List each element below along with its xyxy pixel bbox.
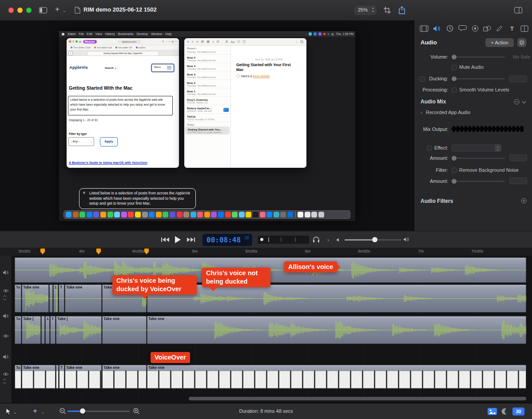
add-clip-chevron[interactable]: ⌄: [41, 410, 44, 415]
recorded-callout-box[interactable]: ✕ Listed below is a selection of posts f…: [79, 188, 196, 209]
timeline-marker[interactable]: [96, 249, 101, 254]
safari-tabs-icon[interactable]: ⊞: [171, 40, 174, 43]
applevis-menu-button[interactable]: Menu: [151, 64, 174, 72]
tab-callout[interactable]: [457, 24, 468, 33]
dock-icon[interactable]: [280, 212, 286, 217]
tab-media-panels[interactable]: [519, 24, 530, 33]
video-clip[interactable]: Take one: [22, 365, 56, 389]
dock-icon[interactable]: [197, 212, 203, 217]
inspector-panel-toggle-icon[interactable]: [514, 7, 522, 13]
dock-icon[interactable]: [253, 212, 258, 217]
tab-audio-selected[interactable]: [432, 24, 442, 33]
favorite-item[interactable]: time-adder GH: [115, 47, 132, 49]
track-visibility-icon[interactable]: [3, 372, 9, 376]
dock-icon[interactable]: [260, 212, 266, 217]
zoom-out-icon[interactable]: [60, 408, 66, 415]
mini-scrubber[interactable]: [258, 236, 309, 244]
notes-list-view-icon[interactable]: ≡: [212, 40, 214, 43]
dock-icon[interactable]: [266, 212, 272, 217]
audio-clip[interactable]: Take one: [22, 285, 49, 312]
dock-icon[interactable]: [274, 212, 279, 217]
dock-trash-icon[interactable]: [318, 212, 324, 217]
filter-amount-knob[interactable]: [452, 179, 457, 184]
dock-icon[interactable]: [232, 212, 238, 217]
preview-volume-knob[interactable]: [372, 237, 377, 242]
video-clip-long[interactable]: Take one: [147, 365, 526, 389]
track-visibility-icon[interactable]: [3, 334, 9, 338]
tab-text[interactable]: T: [507, 24, 517, 33]
dock-icon[interactable]: [135, 212, 141, 217]
callout-close-icon[interactable]: ✕: [83, 190, 86, 196]
favorite-item[interactable]: podfeet: [136, 47, 146, 49]
mute-audio-checkbox[interactable]: [452, 65, 457, 70]
article-link[interactable]: A Beginner's Guide to Using macOS with V…: [69, 161, 147, 165]
audio-clip[interactable]: T: [59, 285, 64, 312]
safari-share-icon[interactable]: ↑: [166, 40, 167, 43]
crescent-icon[interactable]: [501, 408, 508, 415]
track-audio-icon[interactable]: [3, 313, 9, 319]
close-window-button[interactable]: [8, 8, 14, 13]
timeline[interactable]: Ta Take one 1 T Take one Take o Ta Take …: [0, 256, 532, 403]
media-library-icon[interactable]: [488, 408, 497, 415]
notes-close-icon[interactable]: [187, 41, 189, 43]
dock-icon[interactable]: [142, 212, 148, 217]
audio-clip[interactable]: 1: [53, 285, 58, 312]
ducking-slider-knob[interactable]: [452, 76, 457, 81]
safari-active-tab[interactable]: Getting Started With the Mac | AppleVis: [87, 51, 159, 56]
audio-clip[interactable]: [41, 316, 45, 344]
video-clip[interactable]: Ta: [15, 365, 21, 389]
dock-icon[interactable]: [191, 212, 196, 217]
ducking-slider[interactable]: [452, 78, 505, 79]
volume-slider[interactable]: [452, 56, 505, 58]
tab-touch-callout[interactable]: [470, 24, 480, 33]
dock-icon[interactable]: [73, 212, 79, 217]
zoom-stepper-icon[interactable]: ▲▼: [372, 6, 374, 13]
effect-amount-knob[interactable]: [452, 156, 457, 161]
audio-clip[interactable]: Ta: [15, 285, 21, 312]
transport-expand-chevron[interactable]: ›: [327, 237, 329, 243]
timeline-marker[interactable]: [144, 249, 149, 254]
note-link[interactable]: great website: [253, 75, 270, 78]
tab-shapes[interactable]: [482, 24, 492, 33]
video-clip[interactable]: T: [59, 365, 64, 389]
note-list-item[interactable]: Note 5 TuesdayNo additional text: [184, 55, 230, 63]
safari-profile-badge[interactable]: Personal: [83, 40, 97, 43]
video-preview[interactable]: Safari File Edit View History Bookmarks …: [59, 31, 355, 221]
notes-table-icon[interactable]: ◫: [242, 40, 246, 43]
add-media-button[interactable]: +: [55, 5, 60, 14]
safari-sidebar-icon[interactable]: ▤: [79, 40, 82, 43]
notes-checklist-icon[interactable]: ☑: [237, 40, 240, 43]
track-reorder-chevrons-icon[interactable]: [3, 378, 7, 384]
dock-icon[interactable]: [183, 212, 189, 217]
safari-minimize-icon[interactable]: [72, 40, 75, 43]
dock-icon[interactable]: [87, 212, 92, 217]
media-sidebar-toggle-icon[interactable]: [39, 7, 47, 13]
audio-clip-voiceover-long[interactable]: Take one: [147, 316, 526, 344]
zoom-window-button[interactable]: [26, 8, 32, 13]
notes-minimize-icon[interactable]: [192, 41, 194, 43]
safari-zoom-icon[interactable]: [75, 40, 78, 43]
video-clip[interactable]: Take one: [102, 365, 147, 389]
timeline-zoom-slider[interactable]: [67, 411, 130, 412]
notes-share-icon[interactable]: ↑: [296, 40, 298, 43]
audio-clip[interactable]: Take (: [56, 316, 102, 344]
effect-dropdown[interactable]: ▲▼: [452, 144, 501, 152]
pointer-tool-chevron[interactable]: ⌄: [13, 410, 17, 415]
dock-icon[interactable]: [149, 212, 155, 217]
add-action-button[interactable]: + Action: [485, 38, 514, 47]
audio-filters-section[interactable]: Audio Filters: [421, 198, 453, 204]
remove-noise-checkbox[interactable]: [452, 168, 457, 173]
effect-amount-field[interactable]: [509, 154, 527, 161]
audio-clip[interactable]: T: [50, 316, 56, 344]
filter-type-select[interactable]: - Any - ⌄: [68, 137, 94, 146]
smooth-volume-checkbox[interactable]: [452, 87, 457, 93]
volume-min-icon[interactable]: [336, 237, 341, 242]
share-export-icon[interactable]: [399, 6, 405, 14]
note-editor[interactable]: June 12, 2025 at 1:57PM Getting Started …: [231, 46, 306, 168]
note-list-item[interactable]: Battery AppleCar… 10/29/24Note: the bolt: [184, 105, 230, 114]
crop-icon[interactable]: [384, 7, 391, 14]
dock-icon[interactable]: [93, 212, 99, 217]
video-clip[interactable]: [56, 365, 59, 389]
notes-search-icon[interactable]: [300, 40, 304, 43]
dock-icon[interactable]: [225, 212, 231, 217]
